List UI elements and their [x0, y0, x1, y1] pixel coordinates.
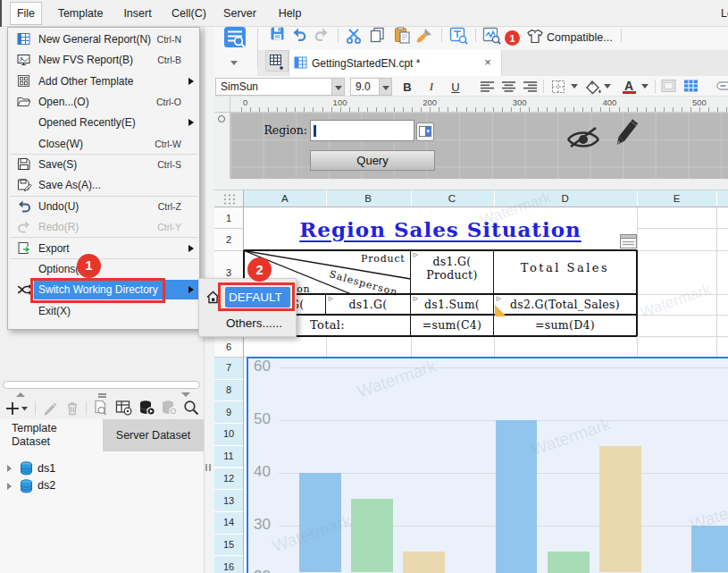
- row-header-2[interactable]: 2: [214, 228, 243, 250]
- menu-item-add-other-template[interactable]: Add Other Template: [9, 72, 199, 91]
- chart-search-icon[interactable]: [482, 27, 501, 45]
- format-painter-icon[interactable]: [414, 27, 433, 45]
- param-dropdown-button[interactable]: [416, 122, 434, 141]
- menubar-item-file[interactable]: File: [10, 2, 42, 25]
- menu-item-redo-r[interactable]: Redo(R)Ctrl-Y: [9, 217, 199, 237]
- text-search-icon[interactable]: [449, 27, 468, 45]
- new-template-button[interactable]: [265, 50, 289, 72]
- bar-series-tan-g2[interactable]: [599, 446, 641, 572]
- borders-icon[interactable]: [550, 79, 566, 95]
- tab-template-dataset[interactable]: TemplateDataset: [0, 419, 103, 451]
- menu-item-new-general-report-n[interactable]: New General Report(N)Ctrl-N: [9, 29, 199, 49]
- compatible-shirt-icon[interactable]: [526, 28, 544, 45]
- row-header-14[interactable]: 14: [214, 511, 243, 534]
- menu-item-opened-recently-e[interactable]: Opened Recently(E): [9, 113, 199, 132]
- borders-dropdown-icon[interactable]: [571, 84, 578, 88]
- cell-c4[interactable]: ds1.Sum(: [411, 297, 493, 312]
- pencil-icon[interactable]: [611, 118, 640, 150]
- row-header-16[interactable]: 16: [214, 555, 243, 573]
- compatible-label[interactable]: Compatible...: [547, 27, 613, 47]
- row-header-9[interactable]: 9: [214, 400, 243, 423]
- menubar-item-cell-c[interactable]: Cell(C): [165, 2, 213, 25]
- tree-item-ds1[interactable]: ds1: [0, 459, 204, 476]
- italic-button[interactable]: I: [424, 78, 439, 96]
- underline-button[interactable]: U: [448, 78, 463, 96]
- floating-element-icon[interactable]: [620, 234, 637, 249]
- row-header-10[interactable]: 10: [214, 423, 243, 445]
- paste-icon[interactable]: [393, 26, 411, 44]
- bar-series-green-g1[interactable]: [351, 499, 393, 572]
- menubar-item-help[interactable]: Help: [272, 2, 309, 25]
- row-header-1[interactable]: 1: [214, 207, 243, 228]
- menu-item-close-w[interactable]: Close(W)Ctrl-W: [9, 134, 199, 154]
- tab-server-dataset[interactable]: Server Dataset: [103, 419, 204, 451]
- align-center-icon[interactable]: [501, 80, 516, 93]
- connect-database-icon[interactable]: [138, 400, 155, 416]
- menu-item-export[interactable]: Export: [9, 239, 199, 258]
- menubar-item-template[interactable]: Template: [52, 2, 109, 25]
- splitter-up-icon[interactable]: [16, 392, 25, 397]
- menu-item-open-o[interactable]: Open...(O)Ctrl-O: [9, 92, 199, 112]
- select-all-corner[interactable]: [214, 190, 244, 207]
- align-right-icon[interactable]: [523, 80, 538, 93]
- font-family-dropdown[interactable]: [332, 78, 345, 96]
- tree-item-ds2[interactable]: ds2: [0, 477, 204, 494]
- submenu-item-others[interactable]: Others......: [226, 314, 282, 332]
- menu-item-save-as-a[interactable]: Save As(A)...: [9, 175, 199, 195]
- row-header-11[interactable]: 11: [214, 445, 243, 468]
- row-header-13[interactable]: 13: [214, 489, 243, 511]
- tree-expand-icon[interactable]: [7, 465, 12, 472]
- cut-icon[interactable]: [346, 27, 364, 45]
- column-header-E[interactable]: E: [637, 190, 716, 206]
- row-header-8[interactable]: 8: [214, 379, 243, 401]
- cell-d4[interactable]: ds2.G(Total_Sales): [493, 297, 637, 312]
- tree-expand-icon[interactable]: [7, 483, 12, 490]
- edit-dataset-icon[interactable]: [42, 400, 57, 416]
- menu-item-new-fvs-report-b[interactable]: New FVS Report(B)Ctrl-B: [9, 50, 199, 70]
- font-size-select[interactable]: 9.0: [350, 78, 380, 96]
- splitter-down-icon[interactable]: [181, 392, 190, 397]
- font-size-dropdown[interactable]: [380, 78, 392, 96]
- column-header-A[interactable]: A: [244, 190, 326, 206]
- row-header-7[interactable]: 7: [214, 357, 243, 379]
- column-header-C[interactable]: C: [411, 190, 494, 206]
- menu-item-save-s[interactable]: Save(S)Ctrl-S: [9, 155, 199, 174]
- menu-item-options-f[interactable]: Options(F)...: [9, 259, 199, 279]
- fill-color-icon[interactable]: [584, 80, 602, 96]
- cell-c3-line2[interactable]: Product): [411, 267, 493, 282]
- menu-item-exit-x[interactable]: Exit(X): [9, 301, 199, 321]
- add-dataset-icon[interactable]: [5, 400, 29, 417]
- fill-color-dropdown-icon[interactable]: [604, 84, 611, 88]
- cell-d3[interactable]: Total Sales: [493, 260, 637, 275]
- tab-close-icon[interactable]: ×: [481, 56, 494, 69]
- menubar-item-server[interactable]: Server: [220, 2, 261, 25]
- report-title-cell[interactable]: Region Sales Situation: [244, 211, 637, 247]
- param-region-input[interactable]: [310, 120, 414, 141]
- bar-series-green-g2[interactable]: [548, 552, 590, 573]
- template-search-icon[interactable]: [223, 27, 248, 50]
- merge-cell-icon[interactable]: [661, 79, 676, 93]
- splitter-collapse-handle[interactable]: [205, 464, 211, 471]
- row-header-12[interactable]: 12: [214, 468, 243, 490]
- copy-icon[interactable]: [369, 27, 386, 43]
- font-color-dropdown-icon[interactable]: [641, 84, 649, 88]
- row-headers[interactable]: 12345678910111213141516: [214, 207, 244, 573]
- tab-gettingstarted[interactable]: GettingStartedEN.cpt * ×: [289, 50, 502, 76]
- eye-off-icon[interactable]: [565, 124, 602, 149]
- splitter-grip-icon2[interactable]: [98, 396, 106, 398]
- bold-button[interactable]: B: [400, 78, 414, 96]
- font-family-select[interactable]: SimSun: [215, 78, 332, 96]
- cell-b4[interactable]: ds1.G(: [325, 297, 411, 312]
- splitter-grip-icon[interactable]: [98, 393, 106, 395]
- redo-icon[interactable]: [314, 27, 330, 41]
- menubar-item-insert[interactable]: Insert: [116, 2, 159, 25]
- column-headers[interactable]: ABCDE: [244, 190, 728, 207]
- horizontal-scrollbar[interactable]: [3, 381, 200, 389]
- undo-icon[interactable]: [291, 27, 307, 41]
- query-button[interactable]: Query: [310, 150, 435, 171]
- save-icon[interactable]: [270, 26, 286, 41]
- table-config-icon[interactable]: [115, 400, 132, 416]
- preview-dataset-icon[interactable]: [93, 400, 108, 416]
- search-dataset-icon[interactable]: [183, 400, 199, 416]
- align-left-icon[interactable]: [480, 80, 495, 93]
